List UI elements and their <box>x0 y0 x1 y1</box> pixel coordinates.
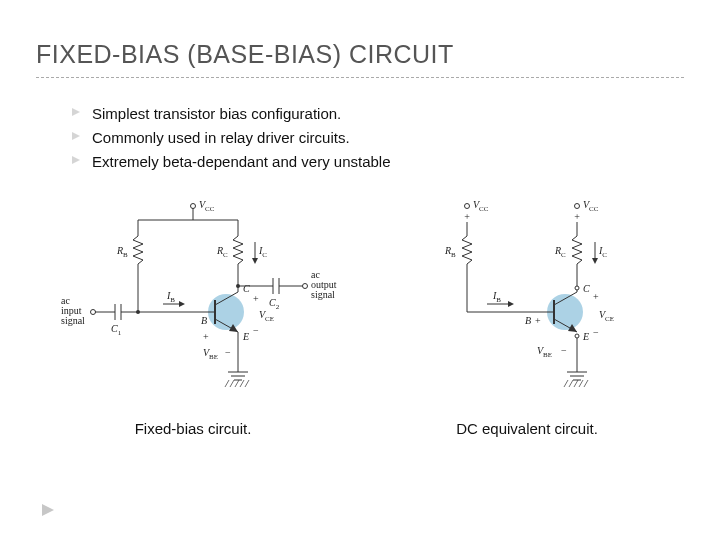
svg-text:C: C <box>583 283 590 294</box>
slide-marker-icon <box>42 502 56 514</box>
svg-line-97 <box>569 380 573 387</box>
svg-text:E: E <box>242 331 249 342</box>
svg-text:VBE: VBE <box>203 347 218 361</box>
svg-marker-69 <box>592 258 598 264</box>
svg-text:E: E <box>582 331 589 342</box>
svg-text:acinputsignal: acinputsignal <box>61 295 85 326</box>
svg-text:IC: IC <box>598 245 607 259</box>
bullet-list: Simplest transistor bias configuration. … <box>72 102 684 174</box>
svg-text:−: − <box>253 325 259 336</box>
svg-line-51 <box>225 380 229 387</box>
svg-point-85 <box>575 286 579 290</box>
svg-text:IC: IC <box>258 245 267 259</box>
svg-line-54 <box>240 380 244 387</box>
figure-right: VCC + RB VCC + RC IC IB <box>370 192 684 437</box>
svg-point-89 <box>575 334 579 338</box>
svg-line-99 <box>579 380 583 387</box>
svg-marker-11 <box>252 258 258 264</box>
svg-text:IB: IB <box>166 290 175 304</box>
title-divider <box>36 77 684 78</box>
svg-text:+: + <box>203 331 209 342</box>
svg-text:RC: RC <box>554 245 566 259</box>
svg-text:+: + <box>574 211 580 222</box>
svg-line-98 <box>574 380 578 387</box>
svg-text:+: + <box>535 315 541 326</box>
svg-point-20 <box>136 310 140 314</box>
svg-line-55 <box>245 380 249 387</box>
svg-text:C: C <box>243 283 250 294</box>
svg-text:+: + <box>253 293 259 304</box>
svg-text:VCC: VCC <box>583 199 599 213</box>
bullet-item: Commonly used in relay driver circuits. <box>72 126 684 150</box>
svg-marker-22 <box>179 301 185 307</box>
figure-left: VCC RB RC IC acinputsignal <box>36 192 350 437</box>
svg-point-0 <box>191 204 196 209</box>
svg-text:B: B <box>201 315 207 326</box>
bullet-item: Simplest transistor bias configuration. <box>72 102 684 126</box>
svg-text:B: B <box>525 315 531 326</box>
bullet-item: Extremely beta-dependant and very unstab… <box>72 150 684 174</box>
svg-marker-73 <box>508 301 514 307</box>
svg-point-14 <box>91 310 96 315</box>
circuit-fixed-bias: VCC RB RC IC acinputsignal <box>36 192 350 412</box>
circuit-dc-equivalent: VCC + RB VCC + RC IC IB <box>370 192 684 412</box>
svg-text:acoutputsignal: acoutputsignal <box>311 269 337 300</box>
svg-text:VCC: VCC <box>473 199 489 213</box>
svg-text:RB: RB <box>116 245 128 259</box>
page-title: FIXED-BIAS (BASE-BIAS) CIRCUIT <box>36 40 684 69</box>
svg-text:VCC: VCC <box>199 199 215 213</box>
svg-text:RB: RB <box>444 245 456 259</box>
svg-text:+: + <box>464 211 470 222</box>
svg-text:+: + <box>593 291 599 302</box>
caption-right: DC equivalent circuit. <box>456 420 598 437</box>
svg-text:−: − <box>225 347 231 358</box>
svg-line-96 <box>564 380 568 387</box>
svg-text:VBE: VBE <box>537 345 552 359</box>
svg-text:C1: C1 <box>111 323 122 337</box>
svg-text:VCE: VCE <box>599 309 614 323</box>
svg-point-62 <box>575 204 580 209</box>
svg-line-52 <box>230 380 234 387</box>
svg-text:IB: IB <box>492 290 501 304</box>
svg-marker-101 <box>42 504 54 516</box>
svg-text:VCE: VCE <box>259 309 274 323</box>
svg-text:−: − <box>593 327 599 338</box>
svg-text:C2: C2 <box>269 297 280 311</box>
svg-point-56 <box>465 204 470 209</box>
svg-text:−: − <box>561 345 567 356</box>
svg-point-39 <box>303 284 308 289</box>
caption-left: Fixed-bias circuit. <box>135 420 252 437</box>
figures-row: VCC RB RC IC acinputsignal <box>36 192 684 437</box>
svg-line-53 <box>235 380 239 387</box>
svg-line-100 <box>584 380 588 387</box>
svg-text:RC: RC <box>216 245 228 259</box>
